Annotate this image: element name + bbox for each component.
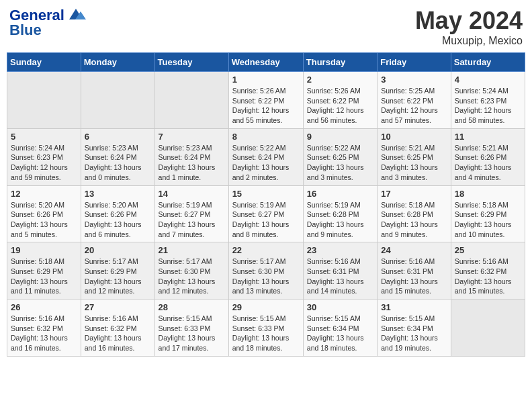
calendar-cell: 6Sunrise: 5:23 AM Sunset: 6:24 PM Daylig… (81, 128, 154, 185)
day-info: Sunrise: 5:26 AM Sunset: 6:22 PM Dayligh… (307, 86, 373, 126)
day-info: Sunrise: 5:23 AM Sunset: 6:24 PM Dayligh… (159, 143, 225, 183)
day-info: Sunrise: 5:15 AM Sunset: 6:34 PM Dayligh… (307, 314, 373, 353)
day-number: 5 (11, 132, 77, 142)
calendar-cell (81, 72, 154, 129)
weekday-header-tuesday: Tuesday (154, 53, 228, 72)
day-info: Sunrise: 5:16 AM Sunset: 6:31 PM Dayligh… (307, 257, 373, 296)
calendar-cell: 21Sunrise: 5:17 AM Sunset: 6:30 PM Dayli… (154, 242, 228, 300)
calendar-cell: 30Sunrise: 5:15 AM Sunset: 6:34 PM Dayli… (303, 300, 377, 357)
day-number: 27 (85, 302, 151, 312)
calendar-cell: 7Sunrise: 5:23 AM Sunset: 6:24 PM Daylig… (154, 128, 228, 185)
day-info: Sunrise: 5:16 AM Sunset: 6:32 PM Dayligh… (11, 314, 77, 353)
day-number: 20 (85, 245, 151, 255)
day-number: 2 (307, 75, 373, 85)
calendar-week-5: 26Sunrise: 5:16 AM Sunset: 6:32 PM Dayli… (7, 300, 525, 357)
day-number: 1 (232, 75, 300, 85)
day-number: 11 (455, 132, 521, 142)
day-info: Sunrise: 5:18 AM Sunset: 6:29 PM Dayligh… (11, 257, 77, 296)
calendar-cell: 24Sunrise: 5:16 AM Sunset: 6:31 PM Dayli… (378, 242, 451, 300)
day-info: Sunrise: 5:15 AM Sunset: 6:33 PM Dayligh… (232, 314, 300, 353)
calendar-cell: 16Sunrise: 5:19 AM Sunset: 6:28 PM Dayli… (303, 185, 377, 242)
day-number: 25 (455, 245, 521, 255)
day-info: Sunrise: 5:23 AM Sunset: 6:24 PM Dayligh… (85, 143, 151, 183)
day-info: Sunrise: 5:22 AM Sunset: 6:24 PM Dayligh… (232, 143, 300, 183)
calendar-cell: 23Sunrise: 5:16 AM Sunset: 6:31 PM Dayli… (303, 242, 377, 300)
day-number: 22 (232, 245, 300, 255)
calendar-cell: 3Sunrise: 5:25 AM Sunset: 6:22 PM Daylig… (378, 72, 451, 129)
day-number: 13 (85, 189, 151, 199)
calendar-cell: 20Sunrise: 5:17 AM Sunset: 6:29 PM Dayli… (81, 242, 154, 300)
day-number: 8 (232, 132, 300, 142)
calendar-cell: 12Sunrise: 5:20 AM Sunset: 6:26 PM Dayli… (7, 185, 81, 242)
day-number: 9 (307, 132, 373, 142)
day-info: Sunrise: 5:24 AM Sunset: 6:23 PM Dayligh… (455, 86, 521, 126)
calendar-cell: 2Sunrise: 5:26 AM Sunset: 6:22 PM Daylig… (303, 72, 377, 129)
day-info: Sunrise: 5:18 AM Sunset: 6:29 PM Dayligh… (455, 200, 521, 240)
day-number: 4 (455, 75, 521, 85)
day-number: 10 (381, 132, 447, 142)
day-number: 26 (11, 302, 77, 312)
subtitle: Muxupip, Mexico (415, 35, 523, 47)
calendar-cell: 1Sunrise: 5:26 AM Sunset: 6:22 PM Daylig… (228, 72, 303, 129)
title-block: May 2024 Muxupip, Mexico (415, 7, 523, 47)
day-info: Sunrise: 5:16 AM Sunset: 6:32 PM Dayligh… (455, 257, 521, 296)
day-number: 17 (381, 189, 447, 199)
day-number: 15 (232, 189, 300, 199)
day-info: Sunrise: 5:15 AM Sunset: 6:34 PM Dayligh… (381, 314, 447, 353)
calendar-cell: 28Sunrise: 5:15 AM Sunset: 6:33 PM Dayli… (154, 300, 228, 357)
calendar-cell: 10Sunrise: 5:21 AM Sunset: 6:25 PM Dayli… (378, 128, 451, 185)
weekday-header-monday: Monday (81, 53, 154, 72)
calendar-week-2: 5Sunrise: 5:24 AM Sunset: 6:23 PM Daylig… (7, 128, 525, 185)
day-number: 16 (307, 189, 373, 199)
day-info: Sunrise: 5:21 AM Sunset: 6:25 PM Dayligh… (381, 143, 447, 183)
calendar-cell: 14Sunrise: 5:19 AM Sunset: 6:27 PM Dayli… (154, 185, 228, 242)
calendar-cell: 17Sunrise: 5:18 AM Sunset: 6:28 PM Dayli… (378, 185, 451, 242)
calendar-cell: 9Sunrise: 5:22 AM Sunset: 6:25 PM Daylig… (303, 128, 377, 185)
day-number: 24 (381, 245, 447, 255)
calendar-cell: 4Sunrise: 5:24 AM Sunset: 6:23 PM Daylig… (451, 72, 525, 129)
day-number: 18 (455, 189, 521, 199)
day-info: Sunrise: 5:19 AM Sunset: 6:27 PM Dayligh… (232, 200, 300, 240)
calendar-cell: 27Sunrise: 5:16 AM Sunset: 6:32 PM Dayli… (81, 300, 154, 357)
day-info: Sunrise: 5:26 AM Sunset: 6:22 PM Dayligh… (232, 86, 300, 126)
calendar-cell (7, 72, 81, 129)
day-info: Sunrise: 5:20 AM Sunset: 6:26 PM Dayligh… (11, 200, 77, 240)
day-number: 3 (381, 75, 447, 85)
day-info: Sunrise: 5:16 AM Sunset: 6:32 PM Dayligh… (85, 314, 151, 353)
day-info: Sunrise: 5:19 AM Sunset: 6:28 PM Dayligh… (307, 200, 373, 240)
day-info: Sunrise: 5:25 AM Sunset: 6:22 PM Dayligh… (381, 86, 447, 126)
day-number: 23 (307, 245, 373, 255)
calendar-cell: 19Sunrise: 5:18 AM Sunset: 6:29 PM Dayli… (7, 242, 81, 300)
day-info: Sunrise: 5:17 AM Sunset: 6:30 PM Dayligh… (232, 257, 300, 296)
main-title: May 2024 (415, 7, 523, 35)
day-info: Sunrise: 5:19 AM Sunset: 6:27 PM Dayligh… (159, 200, 225, 240)
calendar-cell: 29Sunrise: 5:15 AM Sunset: 6:33 PM Dayli… (228, 300, 303, 357)
calendar-cell (451, 300, 525, 357)
calendar-cell: 25Sunrise: 5:16 AM Sunset: 6:32 PM Dayli… (451, 242, 525, 300)
day-number: 12 (11, 189, 77, 199)
day-info: Sunrise: 5:18 AM Sunset: 6:28 PM Dayligh… (381, 200, 447, 240)
calendar-cell: 22Sunrise: 5:17 AM Sunset: 6:30 PM Dayli… (228, 242, 303, 300)
day-number: 6 (85, 132, 151, 142)
weekday-header-wednesday: Wednesday (228, 53, 303, 72)
calendar-week-1: 1Sunrise: 5:26 AM Sunset: 6:22 PM Daylig… (7, 72, 525, 129)
day-info: Sunrise: 5:21 AM Sunset: 6:26 PM Dayligh… (455, 143, 521, 183)
logo-blue: Blue (9, 21, 42, 39)
day-number: 7 (159, 132, 225, 142)
day-info: Sunrise: 5:22 AM Sunset: 6:25 PM Dayligh… (307, 143, 373, 183)
day-number: 28 (159, 302, 225, 312)
calendar-cell: 15Sunrise: 5:19 AM Sunset: 6:27 PM Dayli… (228, 185, 303, 242)
day-number: 19 (11, 245, 77, 255)
calendar-week-3: 12Sunrise: 5:20 AM Sunset: 6:26 PM Dayli… (7, 185, 525, 242)
weekday-header-saturday: Saturday (451, 53, 525, 72)
weekday-header-thursday: Thursday (303, 53, 377, 72)
day-info: Sunrise: 5:17 AM Sunset: 6:30 PM Dayligh… (159, 257, 225, 296)
calendar-cell: 18Sunrise: 5:18 AM Sunset: 6:29 PM Dayli… (451, 185, 525, 242)
day-number: 14 (159, 189, 225, 199)
calendar-table: SundayMondayTuesdayWednesdayThursdayFrid… (7, 52, 525, 357)
calendar-cell: 5Sunrise: 5:24 AM Sunset: 6:23 PM Daylig… (7, 128, 81, 185)
calendar-cell: 26Sunrise: 5:16 AM Sunset: 6:32 PM Dayli… (7, 300, 81, 357)
calendar-week-4: 19Sunrise: 5:18 AM Sunset: 6:29 PM Dayli… (7, 242, 525, 300)
weekday-header-friday: Friday (378, 53, 451, 72)
logo-icon (66, 7, 86, 22)
